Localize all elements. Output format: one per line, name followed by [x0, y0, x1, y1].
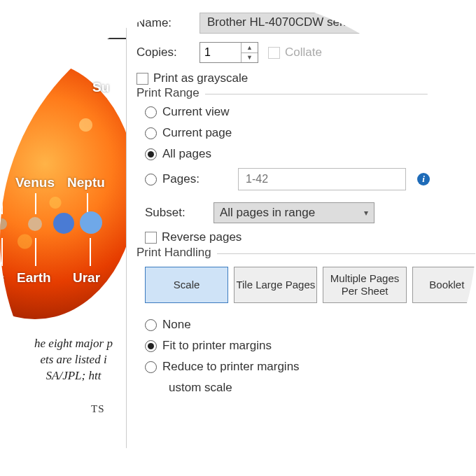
subset-selected-text: All pages in range: [220, 206, 315, 220]
subset-select[interactable]: All pages in range ▾: [214, 202, 374, 223]
subset-label: Subset:: [145, 206, 208, 220]
radio-icon: [145, 148, 157, 160]
radio-icon: [145, 340, 157, 352]
planet-connector: [1, 238, 3, 266]
mars-label-partial: s: [0, 270, 5, 286]
print-dialog: Name: Brother HL-4070CDW series Copies: …: [126, 0, 476, 476]
radio-reduce-margins[interactable]: Reduce to printer margins: [136, 356, 476, 377]
copies-spinner[interactable]: ▲ ▼: [200, 42, 258, 63]
copies-input[interactable]: [200, 43, 241, 62]
collate-checkbox: Collate: [268, 46, 322, 59]
name-label: Name:: [136, 16, 200, 30]
planet-connector: [35, 193, 36, 214]
checkbox-icon: [145, 232, 157, 244]
copies-label: Copies:: [136, 46, 200, 59]
viewport-circle: Su y Venus Neptu s Earth Urar he eight m…: [0, 0, 476, 476]
radio-pages[interactable]: Pages: i: [136, 164, 476, 194]
reverse-pages-checkbox[interactable]: Reverse pages: [145, 230, 241, 244]
venus-label: Venus: [15, 175, 55, 190]
copies-up-button[interactable]: ▲: [241, 43, 258, 53]
planet-connector: [35, 238, 36, 266]
document-section-mark: TS: [91, 403, 105, 415]
tab-booklet[interactable]: Booklet: [412, 267, 476, 303]
earth-label: Earth: [17, 270, 51, 286]
scale-options: None Fit to printer margins Reduce to pr…: [136, 303, 476, 398]
handling-tabs: Scale Tile Large Pages Multiple Pages Pe…: [136, 261, 476, 303]
document-caption: he eight major p ets are listed i SA/JPL…: [21, 336, 126, 384]
checkbox-icon: [268, 47, 280, 59]
tab-scale[interactable]: Scale: [145, 267, 228, 303]
pages-range-input[interactable]: [238, 168, 406, 190]
radio-icon: [145, 127, 157, 139]
planet-dot: [28, 217, 42, 231]
document-preview: Su y Venus Neptu s Earth Urar he eight m…: [0, 0, 122, 476]
planet-connector: [90, 238, 91, 266]
radio-current-view[interactable]: Current view: [136, 102, 476, 122]
print-range-title: Print Range: [136, 86, 205, 100]
tab-tile-large-pages[interactable]: Tile Large Pages: [234, 267, 317, 303]
printer-select[interactable]: Brother HL-4070CDW series: [200, 13, 424, 34]
sun-label: Su: [92, 80, 109, 95]
reverse-pages-label: Reverse pages: [162, 230, 241, 244]
planet-dot: [53, 213, 74, 234]
radio-current-page[interactable]: Current page: [136, 122, 476, 144]
pages-label: Pages:: [162, 172, 232, 186]
planet-dot: [80, 211, 102, 234]
radio-all-pages[interactable]: All pages: [136, 144, 476, 164]
radio-icon: [145, 174, 157, 186]
planet-connector: [1, 193, 3, 214]
radio-custom-scale-partial[interactable]: ustom scale: [136, 377, 476, 398]
chevron-down-icon: ▾: [364, 208, 368, 218]
print-range-group: Print Range Current view Current page Al…: [136, 94, 476, 248]
radio-icon: [145, 361, 157, 373]
collate-label: Collate: [285, 46, 322, 59]
printer-selected-text: Brother HL-4070CDW series: [207, 15, 358, 29]
radio-icon: [145, 106, 157, 118]
document-rule: [0, 38, 126, 39]
neptune-label-partial: Neptu: [67, 175, 105, 190]
copies-down-button[interactable]: ▼: [241, 53, 258, 63]
grayscale-label: Print as grayscale: [153, 71, 248, 85]
print-handling-title: Print Handling: [136, 246, 217, 260]
info-icon[interactable]: i: [417, 173, 430, 186]
radio-scale-none[interactable]: None: [136, 314, 476, 335]
radio-fit-margins[interactable]: Fit to printer margins: [136, 335, 476, 356]
uranus-label-partial: Urar: [73, 270, 100, 286]
tab-multiple-pages[interactable]: Multiple Pages Per Sheet: [323, 267, 406, 303]
mercury-label-partial: y: [0, 175, 5, 190]
radio-icon: [145, 319, 157, 331]
checkbox-icon: [136, 73, 148, 85]
grayscale-checkbox[interactable]: Print as grayscale: [136, 71, 248, 85]
print-handling-group: Print Handling Scale Tile Large Pages Mu…: [136, 253, 476, 398]
